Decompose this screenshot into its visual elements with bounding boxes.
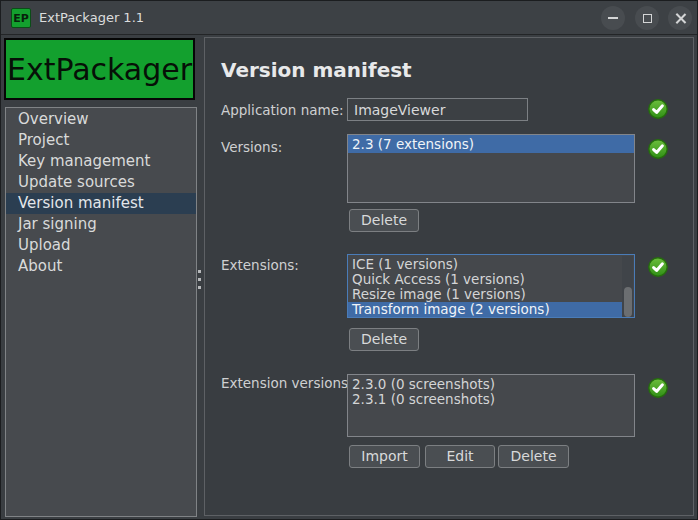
version-manifest-panel: Version manifest Application name: Versi… (204, 37, 694, 516)
minimize-button[interactable] (601, 6, 625, 30)
extensions-scrollbar-thumb[interactable] (624, 287, 632, 317)
sidebar-item-version-manifest[interactable]: Version manifest (6, 193, 196, 214)
sidebar-splitter-grip[interactable] (198, 270, 201, 292)
extensions-scrollbar[interactable] (622, 256, 633, 318)
extensions-ok-check-icon (648, 257, 668, 277)
extension-versions-label: Extension versions: (221, 375, 353, 391)
app-window: EP ExtPackager 1.1 ExtPackager Overview … (0, 0, 698, 520)
sidebar-item-overview[interactable]: Overview (6, 109, 196, 130)
page-title: Version manifest (221, 58, 412, 82)
maximize-button[interactable] (635, 6, 659, 30)
extension-versions-ok-check-icon (648, 378, 668, 398)
app-logo: ExtPackager (4, 38, 195, 100)
titlebar[interactable]: EP ExtPackager 1.1 (1, 1, 697, 35)
versions-label: Versions: (221, 139, 282, 155)
application-name-input[interactable] (347, 98, 528, 121)
extension-versions-delete-button[interactable]: Delete (498, 445, 569, 468)
sidebar-item-key-management[interactable]: Key management (6, 151, 196, 172)
versions-delete-button[interactable]: Delete (349, 209, 419, 232)
sidebar-item-project[interactable]: Project (6, 130, 196, 151)
import-button[interactable]: Import (349, 445, 420, 468)
list-item-extension[interactable]: Resize image (1 versions) (348, 287, 624, 302)
sidebar-item-about[interactable]: About (6, 256, 196, 277)
list-item-version[interactable]: 2.3 (7 extensions) (348, 135, 634, 153)
sidebar-nav: Overview Project Key management Update s… (5, 107, 197, 517)
list-item-extension-version[interactable]: 2.3.0 (0 screenshots) (348, 377, 634, 392)
application-name-ok-check-icon (648, 99, 668, 119)
extension-versions-list[interactable]: 2.3.0 (0 screenshots) 2.3.1 (0 screensho… (347, 374, 635, 437)
list-item-extension-version[interactable]: 2.3.1 (0 screenshots) (348, 392, 634, 407)
list-item-extension[interactable]: ICE (1 versions) (348, 257, 624, 272)
sidebar-item-jar-signing[interactable]: Jar signing (6, 214, 196, 235)
versions-ok-check-icon (648, 139, 668, 159)
close-button[interactable] (668, 6, 692, 30)
sidebar-item-upload[interactable]: Upload (6, 235, 196, 256)
application-name-label: Application name: (221, 102, 344, 118)
extensions-delete-button[interactable]: Delete (349, 328, 419, 351)
versions-list[interactable]: 2.3 (7 extensions) (347, 134, 635, 203)
list-item-extension[interactable]: Quick Access (1 versions) (348, 272, 624, 287)
app-icon: EP (11, 8, 31, 28)
minus-icon (608, 17, 618, 19)
square-outline-icon (643, 14, 652, 23)
extensions-list[interactable]: ICE (1 versions) Quick Access (1 version… (347, 254, 635, 318)
x-icon (675, 13, 686, 24)
sidebar-item-update-sources[interactable]: Update sources (6, 172, 196, 193)
extensions-label: Extensions: (221, 257, 299, 273)
list-item-extension[interactable]: Transform image (2 versions) (348, 302, 624, 317)
edit-button[interactable]: Edit (425, 445, 495, 468)
window-title: ExtPackager 1.1 (39, 1, 144, 35)
